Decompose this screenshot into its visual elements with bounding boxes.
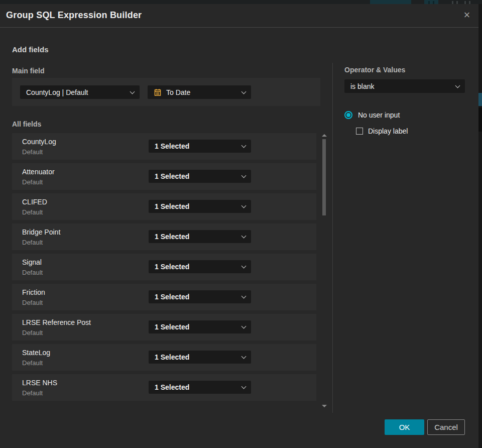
dialog-title: Group SQL Expression Builder xyxy=(6,10,142,21)
background-topbar: Live view xyxy=(0,0,482,4)
chevron-down-icon xyxy=(242,264,246,268)
field-selection-dropdown[interactable]: 1 Selected xyxy=(149,381,251,394)
field-selection-value: 1 Selected xyxy=(155,263,189,271)
add-fields-heading: Add fields xyxy=(12,45,49,54)
field-selection-value: 1 Selected xyxy=(155,353,189,361)
field-selection-dropdown[interactable]: 1 Selected xyxy=(149,320,251,333)
field-name: LRSE NHS xyxy=(22,379,57,387)
field-name: Attenuator xyxy=(22,168,55,176)
field-subtitle: Default xyxy=(22,329,43,337)
field-subtitle: Default xyxy=(22,208,43,216)
live-view-button[interactable]: Live view xyxy=(370,0,411,4)
radio-selected-icon xyxy=(344,111,352,119)
field-subtitle: Default xyxy=(22,299,43,306)
field-row: CountyLog Default 1 Selected xyxy=(12,133,316,160)
field-subtitle: Default xyxy=(22,178,43,186)
field-selection-value: 1 Selected xyxy=(155,202,189,210)
main-field-dropdown[interactable]: CountyLog | Default xyxy=(20,85,140,99)
scroll-up-icon[interactable] xyxy=(322,134,327,137)
field-subtitle: Default xyxy=(22,239,43,246)
all-fields-label: All fields xyxy=(12,120,41,128)
display-label-checkbox[interactable]: Display label xyxy=(356,127,408,135)
field-selection-value: 1 Selected xyxy=(155,233,189,241)
field-row: Friction Default 1 Selected xyxy=(12,284,316,310)
field-selection-dropdown[interactable]: 1 Selected xyxy=(149,260,251,273)
chevron-down-icon xyxy=(242,385,246,389)
chevron-down-icon xyxy=(242,204,246,208)
field-name: CountyLog xyxy=(22,138,56,146)
scrollbar-thumb[interactable] xyxy=(322,139,326,215)
field-name: Signal xyxy=(22,258,42,266)
field-name: LRSE Reference Post xyxy=(22,318,91,326)
field-selection-value: 1 Selected xyxy=(155,323,189,331)
field-selection-dropdown[interactable]: 1 Selected xyxy=(149,351,251,364)
field-selection-dropdown[interactable]: 1 Selected xyxy=(149,290,251,303)
chevron-down-icon xyxy=(242,294,246,298)
main-field-label: Main field xyxy=(12,67,45,75)
field-name: CLIFED xyxy=(22,198,47,206)
field-subtitle: Default xyxy=(22,269,43,276)
field-subtitle: Default xyxy=(22,148,43,156)
chevron-down-icon xyxy=(242,324,246,328)
calendar-icon xyxy=(154,88,162,96)
field-selection-dropdown[interactable]: 1 Selected xyxy=(149,200,251,213)
fields-scrollbar[interactable] xyxy=(322,133,326,407)
background-dark-sliver xyxy=(478,107,482,132)
field-selection-dropdown[interactable]: 1 Selected xyxy=(149,140,251,153)
main-field-dropdown-value: CountyLog | Default xyxy=(26,88,88,96)
chevron-down-icon xyxy=(455,84,459,88)
operator-values-label: Operator & Values xyxy=(344,66,405,74)
main-field-panel: CountyLog | Default To Date xyxy=(12,78,320,106)
field-selection-value: 1 Selected xyxy=(155,293,189,301)
all-fields-list: CountyLog Default 1 Selected Attenuator … xyxy=(12,133,316,404)
group-sql-expression-builder-dialog: Group SQL Expression Builder × Add field… xyxy=(0,4,478,448)
background-right-strip xyxy=(478,4,482,448)
topbar-layout-icon[interactable] xyxy=(464,0,470,4)
field-subtitle: Default xyxy=(22,389,43,397)
topbar-pause-icon[interactable] xyxy=(424,0,438,4)
chevron-down-icon xyxy=(130,90,134,94)
chevron-down-icon xyxy=(242,174,246,178)
section-divider xyxy=(332,63,333,413)
field-row: LRSE NHS Default 1 Selected xyxy=(12,374,316,401)
chevron-down-icon xyxy=(242,90,246,94)
field-selection-dropdown[interactable]: 1 Selected xyxy=(149,230,251,243)
field-row: StateLog Default 1 Selected xyxy=(12,344,316,371)
field-name: StateLog xyxy=(22,349,50,357)
field-selection-dropdown[interactable]: 1 Selected xyxy=(149,170,251,183)
field-selection-value: 1 Selected xyxy=(155,172,189,180)
field-row: Bridge Point Default 1 Selected xyxy=(12,223,316,250)
field-name: Friction xyxy=(22,288,45,296)
checkbox-unchecked-icon xyxy=(356,128,363,135)
field-row: LRSE Reference Post Default 1 Selected xyxy=(12,314,316,341)
cancel-button[interactable]: Cancel xyxy=(427,419,465,435)
no-user-input-radio[interactable]: No user input xyxy=(344,111,400,119)
scroll-down-icon[interactable] xyxy=(322,405,327,407)
operator-dropdown-value: is blank xyxy=(350,82,374,90)
chevron-down-icon xyxy=(242,234,246,238)
date-field-dropdown-value: To Date xyxy=(166,88,190,96)
no-user-input-label: No user input xyxy=(358,111,400,119)
ok-button[interactable]: OK xyxy=(385,419,424,435)
chevron-down-icon xyxy=(242,144,246,148)
topbar-columns-icon[interactable] xyxy=(452,0,458,4)
background-selected-sliver xyxy=(478,93,482,106)
field-row: Signal Default 1 Selected xyxy=(12,254,316,280)
close-icon[interactable]: × xyxy=(462,11,472,21)
chevron-down-icon xyxy=(242,355,246,359)
field-selection-value: 1 Selected xyxy=(155,383,189,391)
field-row: Attenuator Default 1 Selected xyxy=(12,163,316,190)
field-row: CLIFED Default 1 Selected xyxy=(12,193,316,220)
dialog-header: Group SQL Expression Builder × xyxy=(0,4,478,28)
display-label-text: Display label xyxy=(368,127,408,135)
date-field-dropdown[interactable]: To Date xyxy=(148,85,251,99)
operator-dropdown[interactable]: is blank xyxy=(344,79,465,93)
field-name: Bridge Point xyxy=(22,228,60,236)
field-selection-value: 1 Selected xyxy=(155,142,189,150)
field-subtitle: Default xyxy=(22,359,43,367)
